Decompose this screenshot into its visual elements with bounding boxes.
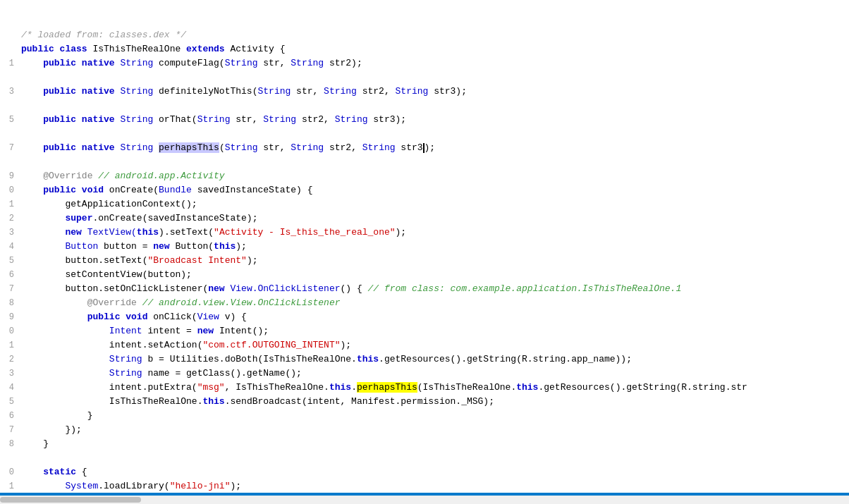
plain-token: IsThisTheRealOne [92, 44, 186, 54]
line-content: public native String perhapsThis(String … [21, 141, 849, 155]
line-content: intent.setAction("com.ctf.OUTGOING_INTEN… [21, 338, 849, 352]
line-content: } [21, 409, 849, 423]
line-number: 1 [0, 338, 21, 352]
line-content: public void onClick(View v) { [21, 310, 849, 324]
line: 4 intent.putExtra("msg", IsThisTheRealOn… [0, 381, 849, 395]
kw-native-token: native [82, 114, 121, 125]
line: 9 @Override // android.app.Activity [0, 169, 849, 183]
type-token: Bundle [159, 185, 197, 195]
line-number: 1 [0, 56, 21, 70]
plain-token: button.setText( [65, 255, 147, 266]
line-content: Button button = new Button(this); [21, 240, 849, 254]
plain-token: ); [236, 241, 247, 252]
kw-token: this [329, 382, 351, 393]
plain-token: str2, [302, 114, 335, 125]
kw-token: new [197, 326, 219, 336]
kw-token: void [82, 185, 109, 195]
line: 1 getApplicationContext(); [0, 197, 849, 211]
line: 1 public native String computeFlag(Strin… [0, 56, 849, 70]
kw-native-token: native [82, 86, 121, 97]
highlight-yellow-token: perhapsThis [357, 382, 417, 393]
plain-token: definitelyNotThis( [159, 86, 257, 97]
plain-token: .getResources().getString(R.string.str [538, 382, 747, 393]
line-content: public native String orThat(String str, … [21, 113, 849, 127]
line-number: 8 [0, 296, 21, 310]
annotation-token: @Override [43, 171, 98, 181]
line: public class IsThisTheRealOne extends Ac… [0, 42, 849, 56]
kw-native-token: native [82, 142, 121, 153]
line: 5 button.setText("Broadcast Intent"); [0, 254, 849, 268]
line: 3 String name = getClass().getName(); [0, 367, 849, 381]
line [0, 127, 849, 141]
line-content: public void onCreate(Bundle savedInstanc… [21, 183, 849, 197]
line-number: 0 [0, 324, 21, 338]
line-content: button.setOnClickListener(new View.OnCli… [21, 282, 849, 296]
line [0, 155, 849, 169]
line-content: button.setText("Broadcast Intent"); [21, 254, 849, 268]
line-number: 7 [0, 423, 21, 437]
type-token: String [120, 114, 159, 125]
plain-token: savedInstanceState) { [197, 185, 313, 195]
kw-native-token: native [82, 58, 121, 68]
plain-token: b = Utilities.doBoth(IsThisTheRealOne. [147, 354, 356, 364]
type-token: String [120, 142, 159, 153]
code-area[interactable]: /* loaded from: classes.dex */public cla… [0, 0, 849, 504]
line-number: 7 [0, 141, 21, 155]
kw-token: public [43, 142, 82, 153]
plain-token: str, [263, 142, 291, 153]
string-token: "hello-jni" [170, 481, 231, 491]
string-token: "Broadcast Intent" [147, 255, 246, 266]
type-token: View.OnClickListener [230, 283, 340, 294]
plain-token: } [43, 438, 49, 449]
line-content: String b = Utilities.doBoth(IsThisTheRea… [21, 352, 849, 367]
annotation-token: @Override [87, 297, 142, 308]
plain-token: ); [424, 142, 436, 153]
plain-token: str, [296, 86, 324, 97]
line-number: 9 [0, 310, 21, 324]
type-token: String [225, 58, 264, 68]
line-content: public class IsThisTheRealOne extends Ac… [21, 42, 849, 56]
line: 1 intent.setAction("com.ctf.OUTGOING_INT… [0, 338, 849, 352]
line-number: 1 [0, 479, 21, 493]
line [0, 99, 849, 113]
highlight-token: perhapsThis [159, 142, 219, 153]
line [0, 70, 849, 85]
plain-token: }); [65, 424, 81, 435]
plain-token: .getResources().getString(R.string.app_n… [379, 354, 632, 364]
line: 7 }); [0, 423, 849, 437]
line: 2 super.onCreate(savedInstanceState); [0, 211, 849, 226]
line-content: public native String definitelyNotThis(S… [21, 85, 849, 99]
line-number: 6 [0, 268, 21, 282]
plain-token: () { [341, 283, 368, 294]
plain-token: str2); [329, 58, 362, 68]
plain-token: Button( [175, 241, 214, 252]
comment-green-token: // android.view.View.OnClickListener [142, 297, 341, 308]
line-content: } [21, 437, 849, 451]
string-token: "com.ctf.OUTGOING_INTENT" [202, 340, 340, 350]
line: 0 static { [0, 465, 849, 479]
line-content: getApplicationContext(); [21, 197, 849, 211]
plain-token: Activity { [230, 44, 285, 54]
plain-token: intent = [147, 326, 197, 336]
type-token: String [120, 58, 159, 68]
string-token: "msg" [197, 382, 225, 393]
line: 5 IsThisTheRealOne.this.sendBroadcast(in… [0, 395, 849, 409]
horizontal-scrollbar[interactable] [0, 496, 849, 504]
line-number: 0 [0, 183, 21, 197]
plain-token: (IsThisTheRealOne. [417, 382, 516, 393]
kw-token: public [43, 58, 82, 68]
line-content: @Override // android.view.View.OnClickLi… [21, 296, 849, 310]
kw-token: public [87, 312, 126, 322]
type-token: TextView( [87, 227, 137, 238]
line-content [21, 99, 849, 113]
line-content: @Override // android.app.Activity [21, 169, 849, 183]
plain-token: computeFlag( [159, 58, 225, 68]
scrollbar-thumb[interactable] [0, 497, 141, 503]
type-token: String [225, 142, 264, 153]
type-token: String [291, 58, 329, 68]
line-content: String name = getClass().getName(); [21, 367, 849, 381]
type-token: String [396, 86, 434, 97]
line-content: super.onCreate(savedInstanceState); [21, 211, 849, 226]
line: 8 @Override // android.view.View.OnClick… [0, 296, 849, 310]
type-token: System [65, 481, 98, 491]
